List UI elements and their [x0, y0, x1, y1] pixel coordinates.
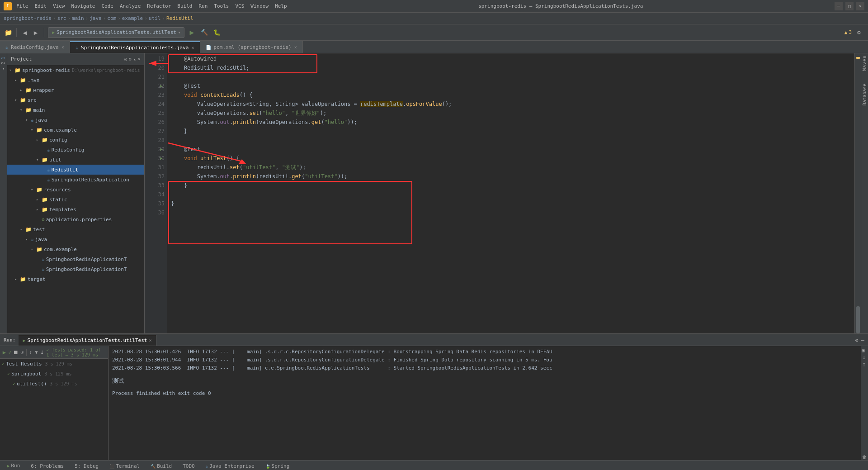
run-gutter-29[interactable]: ▶ — [158, 145, 165, 154]
breadcrumb-item-java[interactable]: java — [90, 15, 102, 21]
sidebar-scope-icon[interactable]: ◎ — [124, 57, 127, 62]
spring-tab-btn[interactable]: 🍃 Spring — [260, 461, 295, 470]
tree-item-resources[interactable]: ▾ 📁 resources — [7, 185, 144, 195]
menu-analyze[interactable]: Analyze — [120, 3, 141, 9]
tree-item-com-example[interactable]: ▾ 📁 com.example — [7, 125, 144, 135]
activity-favorites-icon[interactable]: ★ — [1, 67, 5, 71]
toolbar-settings[interactable]: ⚙ — [854, 27, 864, 38]
menu-file[interactable]: File — [16, 3, 28, 9]
problems-tab-btn[interactable]: 6: Problems — [25, 461, 69, 470]
todo-tab-btn[interactable]: TODO — [177, 461, 200, 470]
menu-refactor[interactable]: Refactor — [147, 3, 171, 9]
activity-structure-icon[interactable]: 2 — [1, 62, 5, 64]
run-gutter-23[interactable]: ▶ — [158, 81, 165, 90]
sidebar-collapse-icon[interactable]: ▴ — [133, 57, 136, 62]
database-label[interactable]: Database — [862, 84, 867, 105]
tree-item-test-class1[interactable]: ☕ SpringbootRedisApplicationT — [7, 254, 144, 264]
run-export-btn[interactable]: ⤓ — [40, 348, 45, 357]
tree-item-mvn[interactable]: ▸ 📁 .mvn — [7, 75, 144, 85]
tree-item-redisutil[interactable]: ☕ RedisUtil — [7, 165, 144, 175]
debug-tab-btn[interactable]: 5: Debug — [69, 461, 104, 470]
close-button[interactable]: × — [856, 2, 864, 10]
minimize-button[interactable]: ─ — [835, 2, 843, 10]
toolbar-build-button[interactable]: 🔨 — [199, 27, 210, 38]
run-tab-active[interactable]: ▶ SpringbootRedisApplicationTests.utilTe… — [19, 335, 157, 346]
tab-springboot-tests[interactable]: ☕ SpringbootRedisApplicationTests.java × — [70, 41, 200, 53]
run-sort-btn[interactable]: ↕ — [28, 348, 33, 357]
maximize-button[interactable]: □ — [845, 2, 854, 10]
terminal-tab-btn[interactable]: ⬛ Terminal — [104, 461, 145, 470]
tab-redisconfig[interactable]: ☕ RedisConfig.java × — [0, 41, 70, 53]
menu-vcs[interactable]: VCS — [235, 3, 244, 9]
activity-project-icon[interactable]: 1 — [1, 57, 5, 59]
tree-item-root[interactable]: ▾ 📁 springboot-redis D:\works\springboot… — [7, 65, 144, 75]
run-filter-btn[interactable]: ▼ — [34, 348, 39, 357]
tree-item-test-com[interactable]: ▾ 📁 com.example — [7, 244, 144, 254]
bottom-panel-settings[interactable]: ⚙ — [855, 337, 859, 343]
breadcrumb-item-main[interactable]: main — [72, 15, 84, 21]
run-tab-btn[interactable]: ▶ Run — [2, 461, 25, 470]
tree-item-redisconfig[interactable]: ☕ RedisConfig — [7, 145, 144, 155]
tree-item-static[interactable]: ▸ 📁 static — [7, 195, 144, 204]
run-panel-btn-1[interactable]: ▣ — [862, 348, 868, 353]
breadcrumb-item-com[interactable]: com — [107, 15, 116, 21]
breadcrumb-current[interactable]: RedisUtil — [166, 15, 193, 21]
menu-run[interactable]: Run — [198, 3, 208, 9]
tree-item-src[interactable]: ▾ 📁 src — [7, 95, 144, 105]
tree-item-templates[interactable]: ▸ 📁 templates — [7, 204, 144, 214]
tree-item-springapp[interactable]: ☕ SpringbootRedisApplication — [7, 175, 144, 185]
code-text[interactable]: @Autowired RedisUtil redisUtil; @Test vo… — [167, 53, 861, 333]
scrollbar-thumb[interactable] — [856, 306, 860, 333]
bottom-panel-close[interactable]: — — [861, 337, 864, 343]
editor-content[interactable]: 19 20 21 22 ▶ 23 24 25 26 27 28 ▶ 29 ▶ — [145, 53, 861, 333]
run-check-btn[interactable]: ✓ — [8, 348, 13, 357]
breadcrumb-item-util[interactable]: util — [149, 15, 161, 21]
run-gutter-30[interactable]: ▶ — [158, 154, 165, 163]
toolbar-nav-back[interactable]: ◀ — [20, 28, 29, 37]
breadcrumb-item-src[interactable]: src — [57, 15, 66, 21]
run-tab-close[interactable]: × — [149, 338, 151, 343]
tree-item-config[interactable]: ▸ 📁 config — [7, 135, 144, 145]
toolbar-nav-forward[interactable]: ▶ — [31, 28, 40, 37]
tab-redisconfig-close[interactable]: × — [61, 45, 64, 50]
run-panel-btn-3[interactable]: ⤒ — [862, 362, 868, 368]
tree-item-main[interactable]: ▾ 📁 main — [7, 105, 144, 115]
tab-pom[interactable]: 📄 pom.xml (springboot-redis) × — [200, 41, 303, 53]
tree-item-java[interactable]: ▾ ☕ java — [7, 115, 144, 125]
menu-code[interactable]: Code — [101, 3, 113, 9]
tab-pom-close[interactable]: × — [294, 45, 297, 50]
run-panel-btn-2[interactable]: ⤓ — [862, 355, 868, 361]
menu-build[interactable]: Build — [177, 3, 192, 9]
menu-edit[interactable]: Edit — [35, 3, 47, 9]
run-panel-btn-4[interactable]: 🗑 — [862, 455, 868, 460]
java-enterprise-tab-btn[interactable]: ☕ Java Enterprise — [200, 461, 260, 470]
toolbar-run-button[interactable]: ▶ — [186, 27, 197, 38]
tree-item-app-props[interactable]: ⚙ application.properties — [7, 214, 144, 224]
run-rerun-btn[interactable]: ↺ — [19, 348, 24, 357]
tree-item-target[interactable]: ▸ 📁 target — [7, 274, 144, 284]
run-stop-btn[interactable]: ⏹ — [13, 348, 19, 357]
run-config-dropdown[interactable]: ▶ SpringbootRedisApplicationTests.utilTe… — [48, 27, 184, 38]
test-results-root[interactable]: ✓ Test Results 3 s 129 ms — [0, 359, 108, 369]
tree-item-util[interactable]: ▾ 📁 util — [7, 155, 144, 165]
run-play-btn[interactable]: ▶ — [2, 348, 7, 357]
tree-item-test-java[interactable]: ▾ ☕ java — [7, 234, 144, 244]
tab-tests-close[interactable]: × — [191, 45, 194, 50]
sidebar-gear-icon[interactable]: ⚙ — [129, 57, 132, 62]
tree-item-test-class2[interactable]: ☕ SpringbootRedisApplicationT — [7, 264, 144, 274]
toolbar-warning-badge[interactable]: ▲ 3 — [844, 29, 852, 35]
toolbar-debug-button[interactable]: 🐛 — [212, 27, 222, 38]
breadcrumb-item-project[interactable]: springboot-redis — [4, 15, 52, 21]
tree-item-wrapper[interactable]: ▸ 📁 wrapper — [7, 85, 144, 95]
maven-label[interactable]: Maven — [862, 55, 867, 71]
breadcrumb-item-example[interactable]: example — [122, 15, 143, 21]
tree-item-test[interactable]: ▾ 📁 test — [7, 224, 144, 234]
build-tab-btn[interactable]: 🔨 Build — [145, 461, 177, 470]
sidebar-close-icon[interactable]: × — [138, 57, 141, 62]
menu-tools[interactable]: Tools — [214, 3, 229, 9]
menu-navigate[interactable]: Navigate — [71, 3, 95, 9]
menu-help[interactable]: Help — [275, 3, 287, 9]
menu-view[interactable]: View — [53, 3, 65, 9]
test-utiltest-item[interactable]: ✓ utilTest() 3 s 129 ms — [0, 379, 108, 389]
test-springboot-item[interactable]: ✓ Springboot 3 s 129 ms — [0, 369, 108, 379]
